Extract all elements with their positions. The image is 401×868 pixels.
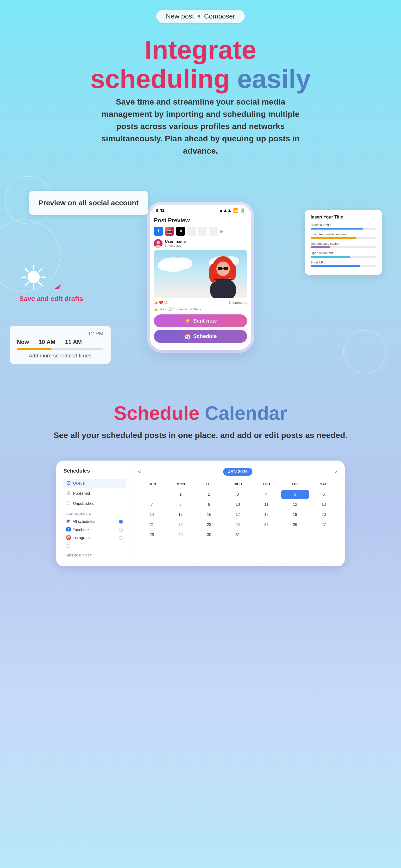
like-icon[interactable]: 👍 [154,301,158,305]
cal-day[interactable]: 21 [138,520,166,529]
calendar-word-schedule: Schedule [114,402,199,424]
cal-day[interactable]: 7 [138,500,166,509]
cal-day[interactable]: 11 [253,500,280,509]
cal-day[interactable]: 13 [310,500,338,509]
tab-x[interactable]: ✕ [176,227,185,236]
draft-section: Save and edit drafts [19,263,83,303]
cal-day[interactable]: 14 [138,510,166,519]
cal-day[interactable]: 24 [224,520,251,529]
cal-day[interactable]: 20 [310,510,338,519]
cal-day[interactable]: 8 [166,500,194,509]
svg-point-14 [173,257,192,270]
add-schedule-text[interactable]: Add more scheduled times [17,353,103,359]
all-schedules-label: All schedules [72,520,95,524]
action-buttons-row: 👍 Likes 💬 Comments ↗ Share [154,307,247,311]
facebook-label: Facebook [72,528,89,532]
cal-day[interactable] [253,530,280,539]
cal-day[interactable] [138,490,166,499]
cal-day[interactable]: 10 [224,500,251,509]
post-username: User_name [165,240,186,244]
tab-more-icon[interactable]: ▶ [220,228,223,234]
weekday-sun: SUN [138,480,166,488]
time-now[interactable]: Now [17,339,29,345]
cal-network-instagram[interactable]: Instagram [63,534,126,542]
extra-dot [66,544,70,548]
svg-point-0 [28,271,39,283]
cal-nav-published[interactable]: Published [63,489,126,498]
cal-day[interactable]: 29 [166,530,194,539]
schedule-button[interactable]: 📅 Schedule [154,330,247,343]
cal-day[interactable]: 9 [195,500,223,509]
tab-facebook[interactable]: f [154,227,163,236]
phone-status-bar: 9:41 ▲▲▲ 📶 🔋 [150,205,251,215]
cal-day[interactable] [310,530,338,539]
cal-day[interactable]: 15 [166,510,194,519]
post-image [154,250,247,298]
svg-point-24 [229,264,236,280]
time-11am[interactable]: 11 AM [65,339,82,345]
cal-day[interactable]: 22 [166,520,194,529]
cal-day[interactable]: 18 [253,510,280,519]
cal-nav-queue[interactable]: Queue [63,479,126,488]
draft-label: Save and edit drafts [19,295,83,303]
phone-wrapper: 9:41 ▲▲▲ 📶 🔋 Post Preview f 📷 ✕ ▶ [150,205,251,350]
svg-rect-35 [67,522,68,523]
girl-svg [204,251,242,298]
cal-day[interactable]: 23 [195,520,223,529]
svg-rect-27 [223,267,228,270]
schedule-bar: 12 PM Now 10 AM 11 AM Add more scheduled… [10,326,111,364]
cal-day[interactable]: 17 [224,510,251,519]
cal-day[interactable]: 28 [138,530,166,539]
cal-network-all[interactable]: All schedules [63,518,126,526]
instagram-label: Instagram [72,536,90,540]
nav-new-post[interactable]: New post [166,12,194,20]
cal-day[interactable]: 30 [195,530,223,539]
wifi-icon: 📶 [233,208,239,213]
sent-now-label: Sent now [193,318,217,324]
comments-action[interactable]: 💬 Comments [168,307,187,311]
cal-day[interactable]: 31 [224,530,251,539]
cal-day[interactable]: 12 [281,500,309,509]
hero-subtitle: Save time and streamline your social med… [92,96,309,157]
cal-network-facebook[interactable]: f Facebook [63,526,126,534]
schedules-of-label: SCHEDULES OF [66,512,126,516]
insert-row-profile: Select a profile [311,223,376,229]
post-user: User_name 3 hours ago [154,239,247,248]
cal-day[interactable]: 6 [310,490,338,499]
cal-nav-unpublished[interactable]: Unpublished [63,499,126,508]
tab-instagram[interactable]: 📷 [165,227,174,236]
nav-composer[interactable]: Composer [204,12,235,20]
insert-row-media: Insert text, media and link [311,232,376,239]
sent-now-button[interactable]: ⚡ Sent now [154,314,247,328]
cal-day[interactable]: 16 [195,510,223,519]
insert-panel: Insert Your Title Select a profile Inser… [305,210,382,275]
nav-pill: New post Composer [156,10,245,23]
cal-day[interactable]: 26 [281,520,309,529]
cal-next-button[interactable]: > [334,469,338,475]
cal-day[interactable]: 25 [253,520,280,529]
share-action[interactable]: ↗ Share [189,307,201,311]
cal-day[interactable]: 4 [253,490,280,499]
cal-day[interactable]: 19 [281,510,309,519]
schedule-time-label: 12 PM [17,331,103,337]
cal-day[interactable]: 1 [166,490,194,499]
cal-day[interactable]: 5 [281,490,309,499]
calendar-widget: Schedules Queue Published Unpublished [56,461,345,566]
cal-day[interactable] [281,530,309,539]
time-10am[interactable]: 10 AM [39,339,56,345]
hero-word-integrate: Integrate [145,35,256,64]
cal-prev-button[interactable]: < [138,469,141,475]
cal-day[interactable]: 2 [195,490,223,499]
weekday-wed: WED [223,480,252,488]
post-reactions: 👍 ❤️ 12 3 comments [154,301,247,305]
deco-circle-3 [343,330,387,373]
heart-icon[interactable]: ❤️ [159,301,163,305]
likes-action[interactable]: 👍 Likes [154,307,166,311]
weekday-mon: MON [166,480,195,488]
all-schedules-dot [119,520,123,524]
cal-day[interactable]: 27 [310,520,338,529]
phone-content: Post Preview f 📷 ✕ ▶ [150,215,251,345]
cal-day[interactable]: 3 [224,490,251,499]
svg-line-7 [39,269,42,272]
nav-dot [198,15,200,18]
